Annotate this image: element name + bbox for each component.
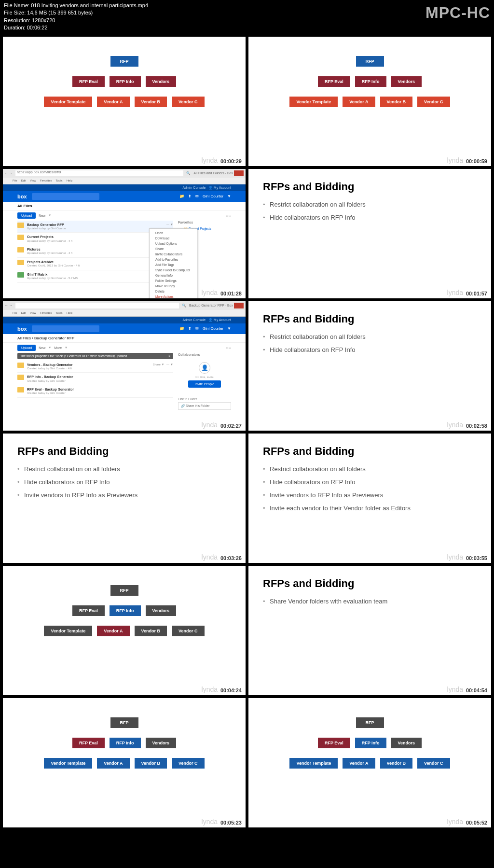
thumb-4: RFPs and Bidding Restrict collaboration …	[248, 169, 491, 298]
thumb-12: RFP RFP Eval RFP Info Vendors Vendor Tem…	[248, 698, 491, 827]
thumb-6: RFPs and Bidding Restrict collaboration …	[248, 301, 491, 431]
thumb-7: RFPs and Bidding Restrict collaboration …	[3, 434, 246, 563]
thumb-8: RFPs and Bidding Restrict collaboration …	[248, 434, 491, 563]
invite-button[interactable]: Invite People	[188, 380, 221, 388]
upload-button[interactable]: Upload	[17, 212, 36, 219]
thumbnail-grid: RFP RFP Eval RFP Info Vendors Vendor Tem…	[0, 34, 494, 830]
file-row[interactable]: Vendors - Backup GeneratorCreated today …	[17, 361, 173, 373]
upload-button[interactable]: Upload	[17, 345, 36, 351]
file-row[interactable]: RFP Info - Backup GeneratorCreated today…	[17, 373, 173, 385]
org-node: RFP	[110, 56, 138, 67]
thumb-11: RFP RFP Eval RFP Info Vendors Vendor Tem…	[3, 698, 246, 827]
thumb-5-box-ui: ←→🔍Backup Generator RFP - Box FileEditVi…	[3, 301, 246, 431]
file-info-header: File Name: 018 Inviting vendors and inte…	[0, 0, 494, 34]
close-icon[interactable]	[234, 303, 244, 308]
breadcrumb[interactable]: All Files › Backup Generator RFP	[17, 336, 74, 340]
thumb-10: RFPs and Bidding Share Vendor folders wi…	[248, 566, 491, 695]
app-watermark: MPC-HC	[425, 2, 490, 24]
close-icon[interactable]	[234, 170, 244, 176]
toast-notification: The folder properties for "Backup Genera…	[17, 353, 173, 359]
search-input[interactable]	[32, 193, 99, 200]
thumb-1: RFP RFP Eval RFP Info Vendors Vendor Tem…	[3, 37, 246, 166]
thumb-2: RFP RFP Eval RFP Info Vendors Vendor Tem…	[248, 37, 491, 166]
slide-title: RFPs and Bidding	[263, 181, 477, 193]
box-logo: box	[17, 194, 27, 199]
search-input[interactable]	[32, 325, 99, 332]
box-header: box 📁⬆✉Gini Courter▼	[3, 191, 246, 202]
address-bar[interactable]: https://app.box.com/files/0/f/0	[15, 170, 183, 176]
context-menu[interactable]: Open Download Upload Options Share Invit…	[149, 228, 197, 298]
thumb-3-box-ui: ←→https://app.box.com/files/0/f/0🔍All Fi…	[3, 169, 246, 298]
user-icon: 👤	[199, 362, 210, 374]
thumb-9: RFP RFP Eval RFP Info Vendors Vendor Tem…	[3, 566, 246, 695]
file-row[interactable]: RFP Eval - Backup GeneratorCreated today…	[17, 385, 173, 398]
